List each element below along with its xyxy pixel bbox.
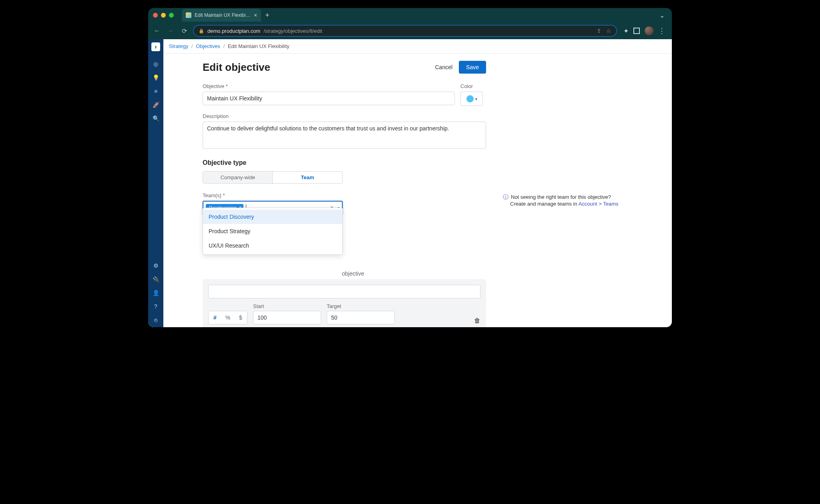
kr-values-row: # % $ Start Target <box>208 303 480 324</box>
color-label: Color <box>460 83 486 89</box>
app-sidebar: › ◎ 💡 ≡ 🚀 🔍 ⚙ 🔌 👤 ? ⎋ <box>148 39 163 327</box>
minimize-window-button[interactable] <box>161 13 166 18</box>
tab-title: Edit Maintain UX Flexibility - P <box>195 12 251 18</box>
share-icon[interactable]: ⇪ <box>597 28 601 34</box>
logout-icon[interactable]: ⎋ <box>152 317 160 323</box>
kr-target-field: Target <box>327 303 395 324</box>
reload-button[interactable]: ⟳ <box>179 27 189 35</box>
forward-button[interactable]: → <box>166 27 175 34</box>
kr-start-input[interactable] <box>253 311 321 324</box>
form: Edit objective Cancel Save Objective * C… <box>203 61 486 327</box>
key-results-section: objective # % $ Start <box>203 270 486 327</box>
type-team[interactable]: Team <box>272 171 343 184</box>
header-actions: Cancel Save <box>435 61 486 74</box>
tab-overflow-icon[interactable]: ⌄ <box>659 12 665 19</box>
maximize-window-button[interactable] <box>169 13 174 18</box>
dropdown-item[interactable]: UX/UI Research <box>203 238 342 253</box>
browser-tab-active[interactable]: Edit Maintain UX Flexibility - P × <box>182 9 261 22</box>
new-tab-button[interactable]: + <box>265 11 269 20</box>
form-wrap: Edit objective Cancel Save Objective * C… <box>163 54 672 327</box>
description-label: Description <box>203 113 486 119</box>
target-icon[interactable]: ◎ <box>152 61 160 67</box>
bulb-icon[interactable]: 💡 <box>152 74 160 81</box>
cancel-button[interactable]: Cancel <box>435 64 452 70</box>
gear-icon[interactable]: ⚙ <box>152 262 160 269</box>
kr-target-label: Target <box>327 303 395 309</box>
breadcrumb: Strategy / Objectives / Edit Maintain UX… <box>163 39 672 54</box>
help-teams-link[interactable]: Account > Teams <box>579 201 619 207</box>
user-icon[interactable]: 👤 <box>152 290 160 296</box>
sidebar-toggle[interactable]: › <box>151 42 160 51</box>
page-title: Edit objective <box>203 61 270 74</box>
teams-label: Team(s) * <box>203 192 486 198</box>
objective-input[interactable] <box>203 92 455 105</box>
lock-icon: 🔒 <box>199 28 204 34</box>
kr-start-field: Start <box>253 303 321 324</box>
breadcrumb-current: Edit Maintain UX Flexibility <box>228 43 289 49</box>
window-controls <box>153 13 174 18</box>
key-result-card: # % $ Start Target <box>203 279 486 327</box>
description-input[interactable]: Continue to deliver delightful solutions… <box>203 122 486 149</box>
info-icon: ⓘ <box>503 194 508 200</box>
url-host: demo.productplan.com <box>207 28 260 34</box>
kr-name-input[interactable] <box>208 285 480 298</box>
url-path: /strategy/objectives/8/edit <box>263 28 322 34</box>
unit-toggle: # % $ <box>208 311 247 324</box>
titlebar: Edit Maintain UX Flexibility - P × + ⌄ <box>148 8 672 22</box>
objective-row: Objective * Color ▾ <box>203 83 486 106</box>
dropdown-item[interactable]: Product Discovery <box>203 210 342 224</box>
rocket-icon[interactable]: 🚀 <box>152 102 160 108</box>
teams-dropdown: Product Discovery Product Strategy UX/UI… <box>203 208 343 255</box>
chevron-down-icon: ▾ <box>475 97 477 101</box>
color-swatch <box>466 95 474 102</box>
close-tab-icon[interactable]: × <box>254 12 257 18</box>
color-picker[interactable]: ▾ <box>460 92 483 106</box>
address-bar[interactable]: 🔒 demo.productplan.com/strategy/objectiv… <box>193 25 617 37</box>
teams-field: Team(s) * Roadmapping × × ▾ <box>203 192 486 214</box>
search-icon[interactable]: 🔍 <box>152 115 160 122</box>
dropdown-item[interactable]: Product Strategy <box>203 224 342 238</box>
close-window-button[interactable] <box>153 13 158 18</box>
back-button[interactable]: ← <box>152 27 162 34</box>
toolbar: ← → ⟳ 🔒 demo.productplan.com/strategy/ob… <box>148 22 672 39</box>
unit-dollar[interactable]: $ <box>234 311 247 324</box>
trash-icon[interactable]: 🗑 <box>474 317 480 324</box>
browser-tabs: Edit Maintain UX Flexibility - P × + <box>182 9 659 22</box>
app-frame: › ◎ 💡 ≡ 🚀 🔍 ⚙ 🔌 👤 ? ⎋ Strategy / Objecti… <box>148 39 672 327</box>
addressbar-actions: ⇪ ☆ <box>597 28 611 34</box>
profile-avatar[interactable] <box>645 26 653 35</box>
main-content: Strategy / Objectives / Edit Maintain UX… <box>163 39 672 327</box>
list-icon[interactable]: ≡ <box>152 88 160 94</box>
kr-partial-label: objective <box>342 270 486 277</box>
save-button[interactable]: Save <box>459 61 486 74</box>
teams-help-tip: ⓘNot seeing the right team for this obje… <box>503 194 639 207</box>
kr-start-label: Start <box>253 303 321 309</box>
plug-icon[interactable]: 🔌 <box>152 276 160 282</box>
help-line1: Not seeing the right team for this objec… <box>511 194 611 200</box>
unit-percent[interactable]: % <box>221 311 234 324</box>
browser-window: Edit Maintain UX Flexibility - P × + ⌄ ←… <box>148 8 672 327</box>
breadcrumb-strategy[interactable]: Strategy <box>169 43 188 49</box>
tab-favicon <box>186 12 191 18</box>
unit-number[interactable]: # <box>209 311 221 324</box>
star-icon[interactable]: ☆ <box>606 28 611 34</box>
panel-icon[interactable] <box>633 28 640 34</box>
objective-type-title: Objective type <box>203 159 486 166</box>
objective-label: Objective * <box>203 83 455 89</box>
type-company-wide[interactable]: Company-wide <box>203 172 273 183</box>
form-header: Edit objective Cancel Save <box>203 61 486 74</box>
help-line2-prefix: Create and manage teams in <box>510 201 579 207</box>
objective-field: Objective * <box>203 83 455 106</box>
help-icon[interactable]: ? <box>152 303 160 310</box>
objective-type-toggle: Company-wide Team <box>203 171 343 184</box>
breadcrumb-objectives[interactable]: Objectives <box>196 43 220 49</box>
kebab-menu-icon[interactable]: ⋮ <box>658 26 665 35</box>
extension-icons: ✦ ⋮ <box>621 26 668 35</box>
color-field: Color ▾ <box>460 83 486 106</box>
description-field: Description Continue to deliver delightf… <box>203 113 486 150</box>
kr-target-input[interactable] <box>327 311 395 324</box>
extensions-icon[interactable]: ✦ <box>623 27 629 35</box>
